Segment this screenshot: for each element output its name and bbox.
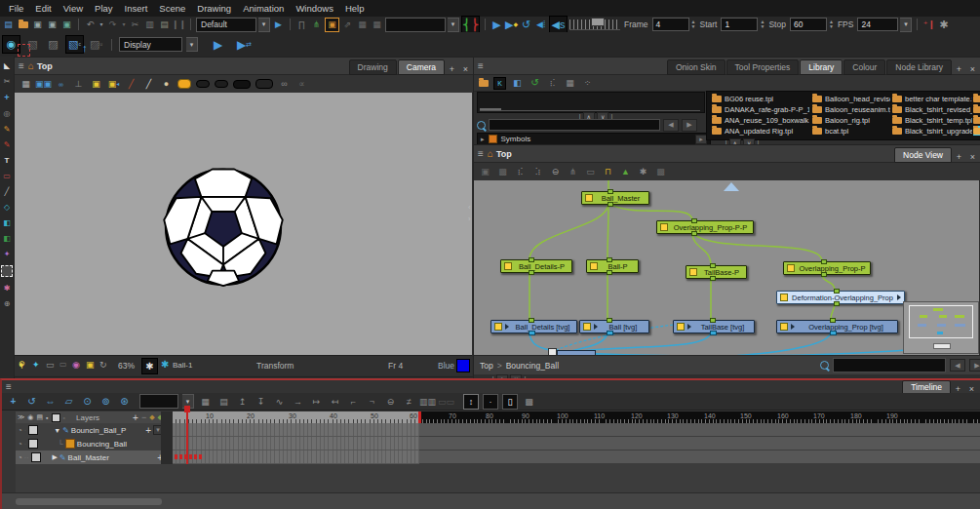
- library-folder-icon[interactable]: [479, 80, 489, 87]
- tool-preset-dropdown-icon[interactable]: ▾: [258, 18, 270, 32]
- add-layer-icon[interactable]: ▨: [45, 36, 61, 53]
- menu-view[interactable]: View: [58, 1, 89, 16]
- onion-column-icon[interactable]: [52, 413, 60, 422]
- track-row[interactable]: [173, 423, 419, 437]
- template-item[interactable]: DANAKA_rafe-grab-P-P_1.tpl: [712, 104, 809, 114]
- template-item[interactable]: Black_tshirt_upgraded.tpl: [892, 126, 972, 136]
- tab-node-library[interactable]: Node Library: [886, 59, 952, 75]
- lock-column-icon[interactable]: ▪: [46, 414, 48, 421]
- template-item[interactable]: Black_tshirt_temp.tpl: [892, 115, 972, 125]
- gear-blue-icon[interactable]: ✱: [161, 359, 169, 370]
- show-sound-icon[interactable]: ▤: [216, 395, 231, 409]
- library-search-input[interactable]: [489, 119, 660, 131]
- layer-name[interactable]: Bouncing_Ball: [77, 440, 127, 449]
- add-view-button[interactable]: +: [953, 150, 965, 163]
- ink-tool-icon[interactable]: ◧: [3, 234, 11, 243]
- monitor-small-icon[interactable]: ▭: [59, 360, 67, 369]
- show-thumbnail-icon[interactable]: [594, 324, 598, 330]
- fps-dropdown-icon[interactable]: ▾: [900, 18, 912, 32]
- collapse-expander-icon[interactable]: ▼: [54, 427, 60, 434]
- node-search-input[interactable]: [833, 358, 946, 372]
- constant-segment-icon[interactable]: →: [291, 395, 305, 409]
- node-view-menu-icon[interactable]: ≡: [478, 148, 484, 159]
- backdrop-icon[interactable]: ▭: [584, 166, 597, 178]
- add-keyframe-icon[interactable]: ⁺❙: [922, 19, 935, 31]
- select-tool-mode-icon[interactable]: ▣: [325, 18, 339, 32]
- in-port[interactable]: [607, 318, 612, 323]
- keyframe-exposure-marks[interactable]: [175, 454, 204, 459]
- template-item[interactable]: bcat.tpl: [812, 126, 890, 136]
- matte-wide-b-icon[interactable]: [255, 79, 273, 89]
- node-search-prev-button[interactable]: ◀: [950, 359, 965, 372]
- tree-view-icon[interactable]: ⁝⁚: [546, 77, 559, 90]
- volume-icon[interactable]: ◀⦙: [534, 19, 547, 31]
- start-stepper[interactable]: ▲▼: [760, 20, 764, 29]
- search-layer-icon[interactable]: ⊖: [383, 395, 398, 409]
- safe-area-icon[interactable]: ⊥: [72, 78, 85, 91]
- details-view-icon[interactable]: ⁘: [581, 77, 594, 90]
- delete-keyframe-kf-icon[interactable]: ↧: [254, 395, 268, 409]
- translate-icon[interactable]: +: [6, 395, 20, 409]
- tab-camera[interactable]: Camera: [398, 59, 445, 75]
- add-view-button[interactable]: +: [446, 62, 458, 75]
- template-item[interactable]: Balloon_head_revised.tpl: [812, 94, 890, 103]
- show-thumbnail-icon[interactable]: [791, 324, 795, 330]
- breadcrumb-root[interactable]: Top: [480, 361, 493, 371]
- search-next-button[interactable]: ▶: [682, 119, 697, 132]
- add-view-button[interactable]: +: [953, 62, 965, 75]
- fps-select[interactable]: 24: [857, 18, 898, 31]
- onion-skin-toggle-icon[interactable]: ⎨⎬: [461, 16, 480, 34]
- library-tree[interactable]: [477, 92, 705, 113]
- eye-icon[interactable]: ◉: [72, 360, 80, 370]
- menu-scene[interactable]: Scene: [153, 1, 191, 16]
- loop-button[interactable]: ↺: [520, 19, 532, 31]
- layer-enable-checkbox[interactable]: [31, 452, 41, 462]
- volume-slider[interactable]: [569, 20, 620, 30]
- reset-view-icon[interactable]: ↻: [99, 360, 107, 370]
- show-data-view-icon[interactable]: ▦: [198, 395, 213, 409]
- enable-column-icon[interactable]: ◉: [27, 413, 33, 421]
- in-port[interactable]: [691, 218, 697, 223]
- breadcrumb-current[interactable]: Bouncing_Ball: [506, 361, 559, 371]
- search-prev-button[interactable]: ◀: [663, 119, 679, 132]
- solo-mode-icon[interactable]: ≠: [402, 395, 416, 409]
- select-tool-icon[interactable]: ◣: [4, 61, 10, 70]
- layer-enable-checkbox[interactable]: [28, 425, 38, 435]
- add-peg-button[interactable]: ◆: [149, 413, 154, 421]
- panel-splitter-right-icon[interactable]: ›: [468, 215, 471, 223]
- node-ball-details-p[interactable]: Ball_Details-P: [500, 259, 572, 273]
- play-selection-button[interactable]: ▶◆: [505, 19, 518, 31]
- thumbnail-column-icon[interactable]: ▤: [36, 413, 43, 421]
- tab-tool-properties[interactable]: Tool Properties: [726, 59, 800, 75]
- chain-broken-icon[interactable]: ∝: [295, 78, 308, 91]
- layer-continuity-icon[interactable]: ◔: [18, 453, 22, 462]
- colour-swatch[interactable]: [456, 359, 470, 372]
- marquee-select-icon[interactable]: [18, 44, 30, 57]
- in-port[interactable]: [529, 257, 534, 262]
- out-port[interactable]: [607, 331, 613, 335]
- copy-icon[interactable]: ▥: [143, 19, 156, 31]
- node-search-next-button[interactable]: ▶: [969, 359, 980, 372]
- stamp-tool-icon[interactable]: ✱: [4, 284, 11, 293]
- redo-icon[interactable]: ↷: [106, 19, 119, 31]
- in-port[interactable]: [821, 259, 827, 264]
- camera-viewport[interactable]: [15, 93, 472, 355]
- node-tailbase-p[interactable]: TailBase-P: [686, 265, 747, 279]
- in-port[interactable]: [834, 289, 840, 294]
- template-k-icon[interactable]: K: [493, 77, 506, 90]
- layer-name[interactable]: Bouncin_Ball_P: [71, 426, 126, 435]
- stop-stepper[interactable]: ▲▼: [829, 20, 834, 29]
- open-icon[interactable]: [17, 19, 29, 31]
- tab-onion-skin[interactable]: Onion Skin: [667, 59, 725, 75]
- parent-hierarchy-icon[interactable]: ⁝⁚: [514, 166, 527, 178]
- color-override-select[interactable]: [385, 18, 446, 32]
- collapse-expander-icon[interactable]: ▶: [53, 453, 58, 461]
- set-ease-in-icon[interactable]: ⌐: [346, 395, 361, 409]
- sound-scrub-tl-icon[interactable]: ▭▭: [439, 395, 453, 409]
- out-port[interactable]: [691, 231, 697, 236]
- menu-edit[interactable]: Edit: [29, 1, 57, 16]
- panel-splitter-left-icon[interactable]: ‹: [468, 203, 471, 212]
- layer-enable-checkbox[interactable]: [28, 439, 38, 449]
- template-item-partial[interactable]: [973, 104, 980, 114]
- composite-node-icon[interactable]: ▲: [619, 166, 632, 178]
